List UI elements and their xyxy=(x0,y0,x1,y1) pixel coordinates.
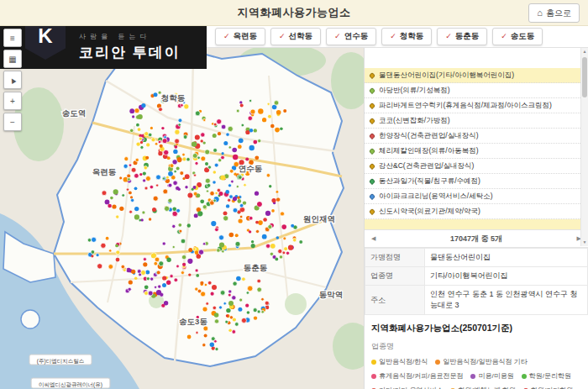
panel-scrollbar[interactable]: ▲ ▼ xyxy=(580,48,588,246)
store-marker[interactable] xyxy=(233,208,238,213)
store-marker[interactable] xyxy=(203,118,206,121)
store-marker[interactable] xyxy=(128,178,131,181)
store-marker[interactable] xyxy=(251,244,255,248)
store-marker[interactable] xyxy=(231,180,234,183)
store-marker[interactable] xyxy=(192,248,196,251)
store-marker[interactable] xyxy=(213,123,217,126)
store-marker[interactable] xyxy=(213,199,216,202)
store-marker[interactable] xyxy=(163,189,168,194)
store-marker[interactable] xyxy=(276,197,281,202)
store-marker[interactable] xyxy=(257,287,262,292)
store-marker[interactable] xyxy=(134,187,138,190)
list-item[interactable]: 신도시약국(의료기관/제약/약국) xyxy=(365,204,580,219)
store-marker[interactable] xyxy=(270,124,275,129)
store-marker[interactable] xyxy=(262,234,267,239)
store-marker[interactable] xyxy=(162,139,167,144)
store-marker[interactable] xyxy=(198,250,203,255)
store-marker[interactable] xyxy=(180,171,184,176)
map-locate-button[interactable]: ▲ xyxy=(3,71,22,89)
store-marker[interactable] xyxy=(91,250,95,255)
store-marker[interactable] xyxy=(162,283,166,287)
store-marker[interactable] xyxy=(159,108,163,112)
store-marker[interactable] xyxy=(141,103,145,108)
store-marker[interactable] xyxy=(215,348,218,351)
store-marker[interactable] xyxy=(255,229,259,233)
district-tab-옥련동[interactable]: ✓옥련동 xyxy=(215,28,265,45)
store-marker[interactable] xyxy=(203,141,206,144)
store-marker[interactable] xyxy=(142,211,145,214)
store-marker[interactable] xyxy=(283,109,286,113)
store-marker[interactable] xyxy=(182,157,186,160)
store-marker[interactable] xyxy=(200,281,203,285)
store-marker[interactable] xyxy=(149,133,152,136)
store-marker[interactable] xyxy=(235,323,239,327)
store-marker[interactable] xyxy=(164,301,168,305)
store-marker[interactable] xyxy=(164,150,169,155)
store-marker[interactable] xyxy=(129,192,132,195)
store-marker[interactable] xyxy=(229,195,234,199)
store-marker[interactable] xyxy=(192,154,197,159)
store-marker[interactable] xyxy=(219,235,224,240)
store-marker[interactable] xyxy=(101,243,106,248)
store-marker[interactable] xyxy=(232,296,236,300)
store-marker[interactable] xyxy=(126,268,130,272)
store-marker[interactable] xyxy=(261,310,265,313)
store-marker[interactable] xyxy=(151,254,155,258)
list-item[interactable]: 아이파크크리닝(용역서비스/세탁소) xyxy=(365,189,580,204)
store-marker[interactable] xyxy=(266,244,270,248)
store-marker[interactable] xyxy=(281,224,286,229)
store-marker[interactable] xyxy=(178,118,182,123)
store-marker[interactable] xyxy=(258,139,261,143)
store-marker[interactable] xyxy=(195,135,200,140)
store-marker[interactable] xyxy=(182,153,186,156)
store-marker[interactable] xyxy=(228,146,231,149)
store-marker[interactable] xyxy=(236,276,241,281)
store-marker[interactable] xyxy=(244,184,246,187)
store-marker[interactable] xyxy=(265,301,269,305)
store-marker[interactable] xyxy=(154,92,158,97)
store-marker[interactable] xyxy=(168,183,172,187)
store-marker[interactable] xyxy=(228,329,232,332)
store-marker[interactable] xyxy=(266,174,270,177)
store-marker[interactable] xyxy=(205,162,208,166)
store-marker[interactable] xyxy=(201,139,203,142)
store-marker[interactable] xyxy=(123,164,128,168)
store-marker[interactable] xyxy=(258,108,263,113)
store-marker[interactable] xyxy=(206,302,209,306)
store-marker[interactable] xyxy=(197,156,200,159)
store-marker[interactable] xyxy=(136,142,139,145)
store-marker[interactable] xyxy=(248,116,252,120)
store-marker[interactable] xyxy=(255,155,259,160)
store-marker[interactable] xyxy=(220,175,225,180)
store-marker[interactable] xyxy=(161,127,164,129)
store-marker[interactable] xyxy=(223,141,228,145)
store-marker[interactable] xyxy=(162,276,166,280)
store-marker[interactable] xyxy=(240,104,244,108)
store-marker[interactable] xyxy=(112,204,116,208)
store-marker[interactable] xyxy=(210,192,214,196)
store-marker[interactable] xyxy=(249,230,251,233)
store-marker[interactable] xyxy=(220,291,225,296)
map-menu-button[interactable]: ≡ xyxy=(3,29,22,47)
store-marker[interactable] xyxy=(238,308,242,312)
list-item-partial[interactable] xyxy=(365,219,580,229)
store-marker[interactable] xyxy=(116,250,120,255)
store-marker[interactable] xyxy=(186,158,190,161)
store-marker[interactable] xyxy=(134,207,139,211)
store-marker[interactable] xyxy=(108,265,113,270)
store-marker[interactable] xyxy=(182,177,185,180)
store-marker[interactable] xyxy=(131,198,134,202)
store-marker[interactable] xyxy=(144,166,147,170)
store-marker[interactable] xyxy=(232,148,237,153)
store-marker[interactable] xyxy=(193,174,196,176)
store-marker[interactable] xyxy=(261,297,265,301)
store-marker[interactable] xyxy=(254,316,257,319)
store-marker[interactable] xyxy=(222,250,224,253)
store-marker[interactable] xyxy=(210,343,214,347)
store-marker[interactable] xyxy=(280,128,283,131)
store-marker[interactable] xyxy=(187,259,192,264)
store-marker[interactable] xyxy=(246,292,249,294)
store-marker[interactable] xyxy=(238,145,242,149)
store-marker[interactable] xyxy=(197,193,201,197)
store-marker[interactable] xyxy=(130,196,133,198)
